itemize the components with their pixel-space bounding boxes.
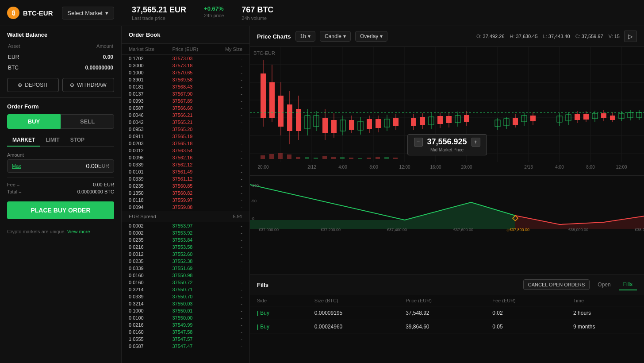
chart-type-dropdown[interactable]: Candle ▾ [320, 31, 351, 42]
timeframe-dropdown[interactable]: 1h ▾ [295, 31, 315, 42]
ob-buy-row[interactable]: 0.058737547.47- [122, 343, 249, 350]
ob-buy-row[interactable]: 0.100037550.01- [122, 307, 249, 314]
ob-buy-row[interactable]: 0.001237552.60- [122, 251, 249, 258]
ob-size: 0.0160 [129, 280, 172, 285]
ob-sell-row[interactable]: 0.010137561.49- [122, 168, 249, 175]
withdraw-button[interactable]: ⊖ WITHDRAW [62, 78, 114, 92]
ob-size: 0.0235 [129, 183, 172, 189]
svg-rect-92 [530, 116, 536, 121]
deposit-button[interactable]: ⊕ DEPOSIT [7, 78, 59, 92]
svg-text:8:00: 8:00 [369, 165, 378, 170]
ob-buy-row[interactable]: 0.033937550.70- [122, 293, 249, 300]
volume: 767 BTC 24h volume [242, 5, 273, 21]
overlay-dropdown[interactable]: Overlay ▾ [355, 31, 387, 42]
ob-my-size: - [216, 162, 242, 167]
ob-sell-row[interactable]: 0.018137568.43- [122, 83, 249, 90]
amount-input[interactable] [21, 162, 98, 170]
ob-price: 37561.12 [172, 176, 216, 182]
price-change-value: +0.67% [204, 5, 224, 12]
fills-tab-button[interactable]: Fills [619, 279, 637, 290]
ob-my-size: - [216, 169, 242, 174]
ob-sell-row[interactable]: 0.033937561.12- [122, 175, 249, 182]
svg-text:20:00: 20:00 [461, 165, 472, 170]
ob-buy-row[interactable]: 0.016037547.58- [122, 328, 249, 336]
buy-tab[interactable]: BUY [7, 114, 61, 129]
ob-sell-row[interactable]: 0.095337565.20- [122, 126, 249, 133]
ob-size: 0.0587 [129, 105, 172, 111]
ob-size: 0.0953 [129, 127, 172, 132]
svg-rect-104 [601, 113, 606, 118]
max-link[interactable]: Max [12, 163, 21, 169]
ob-my-size: - [216, 98, 242, 104]
select-market-button[interactable]: Select Market ▾ [62, 7, 114, 19]
asset-table: Asset Amount EUR0.00BTC0.00000000 [7, 42, 114, 73]
withdraw-label: WITHDRAW [77, 82, 107, 88]
ob-price: 37566.21 [172, 112, 216, 118]
price-chart-svg: 20:00 2/12 4:00 8:00 12:00 16:00 20:00 2… [250, 47, 644, 175]
svg-text:12:00: 12:00 [399, 165, 410, 170]
ob-sell-row[interactable]: 0.100037570.65- [122, 69, 249, 76]
ob-sell-row[interactable]: 0.011837559.97- [122, 197, 249, 204]
ob-buy-row[interactable]: 0.010037550.00- [122, 314, 249, 321]
ob-buy-row[interactable]: 1.055537547.57- [122, 336, 249, 343]
place-order-button[interactable]: PLACE BUY ORDER [7, 201, 114, 219]
ob-sell-row[interactable]: 0.004237565.21- [122, 119, 249, 126]
sell-tab[interactable]: SELL [61, 114, 114, 129]
ob-sell-row[interactable]: 0.001237563.54- [122, 147, 249, 154]
ob-sell-row[interactable]: 0.091137565.19- [122, 133, 249, 140]
bitcoin-icon: ₿ [7, 7, 19, 19]
ob-sell-row[interactable]: 0.020337565.18- [122, 140, 249, 147]
ob-buy-row[interactable]: 0.021637553.58- [122, 243, 249, 251]
ob-price: 37550.01 [172, 308, 216, 313]
ob-sell-row[interactable]: 0.009637562.16- [122, 154, 249, 161]
ob-my-size: - [216, 287, 242, 292]
mid-market-price-value: 37,556.925 [427, 137, 467, 147]
svg-rect-66 [376, 157, 380, 159]
view-more-link[interactable]: View more [67, 229, 90, 234]
ob-sell-row[interactable]: 0.033937562.12- [122, 161, 249, 168]
asset-row: BTC0.00000000 [8, 63, 113, 73]
ob-sell-row[interactable]: 0.099337567.89- [122, 97, 249, 104]
ob-size: 0.0046 [129, 112, 172, 118]
mid-market-minus-button[interactable]: − [414, 138, 422, 147]
ob-buy-row[interactable]: 0.016037550.98- [122, 272, 249, 279]
mid-market-plus-button[interactable]: + [472, 138, 480, 147]
ob-sell-row[interactable]: 0.023537560.85- [122, 182, 249, 189]
fills-section: Fills CANCEL OPEN ORDERS Open Fills Side… [250, 274, 644, 363]
ob-sell-row[interactable]: 0.058737566.60- [122, 104, 249, 112]
ob-buy-row[interactable]: 0.016037550.72- [122, 279, 249, 286]
ob-size: 0.0002 [129, 230, 172, 236]
mid-market-label: Mid Market Price [414, 147, 480, 152]
withdraw-icon: ⊖ [70, 82, 74, 88]
ob-buy-row[interactable]: 0.023537552.38- [122, 258, 249, 265]
ob-my-size: - [216, 344, 242, 349]
market-tab[interactable]: MARKET [7, 134, 40, 147]
ob-sell-row[interactable]: 0.013737567.90- [122, 90, 249, 97]
ob-sell-row[interactable]: 0.004637566.21- [122, 112, 249, 119]
mid-market-price-row: − 37,556.925 + [414, 137, 480, 147]
ob-buy-row[interactable]: 0.023537553.84- [122, 236, 249, 243]
ob-buy-row[interactable]: 0.321437550.71- [122, 286, 249, 293]
ob-sell-row[interactable]: 0.300037573.18- [122, 62, 249, 69]
l-value: L: 37,443.40 [543, 34, 570, 39]
ob-buy-row[interactable]: 0.033937551.69- [122, 265, 249, 272]
ob-my-size: - [216, 301, 242, 306]
cancel-open-orders-button[interactable]: CANCEL OPEN ORDERS [523, 279, 590, 290]
ob-price: 37552.60 [172, 251, 216, 257]
ob-buy-row[interactable]: 0.000237553.97- [122, 222, 249, 229]
svg-rect-46 [367, 119, 372, 129]
ob-buy-row[interactable]: 0.321437550.03- [122, 300, 249, 307]
ob-size: 0.0096 [129, 155, 172, 160]
ob-sell-row[interactable]: 0.009437559.88- [122, 204, 249, 211]
svg-rect-48 [376, 119, 381, 128]
open-tab-button[interactable]: Open [593, 279, 615, 290]
stop-tab[interactable]: STOP [65, 134, 90, 147]
ob-sell-row[interactable]: 0.390137569.58- [122, 76, 249, 83]
ob-sell-row[interactable]: 0.135037560.82- [122, 189, 249, 197]
ob-sell-row[interactable]: 0.170237573.03- [122, 55, 249, 62]
ob-buy-row[interactable]: 0.021637549.99- [122, 321, 249, 328]
ob-buy-row[interactable]: 0.000237553.92- [122, 229, 249, 236]
fills-fee-header: Fee (EUR) [485, 295, 566, 306]
expand-chart-button[interactable]: ▷ [624, 31, 637, 42]
limit-tab[interactable]: LIMIT [40, 134, 65, 147]
